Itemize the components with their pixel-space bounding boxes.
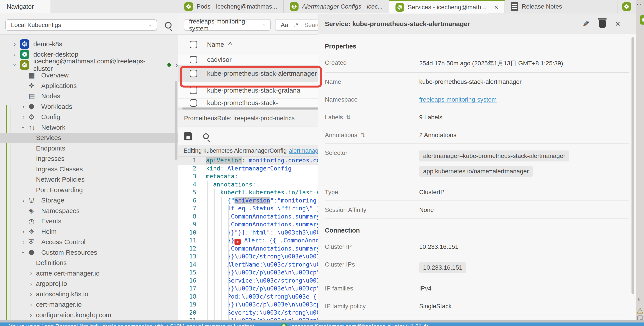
line-number: 3 [178,173,204,181]
line-content: }}\u003c/p\u003e\n\u003cp\u003 [204,269,334,277]
sidebar-item-argoproj-io[interactable]: ›argoproj.io [0,278,178,289]
chevron-right-icon[interactable]: › [18,196,28,204]
match-case-icon[interactable]: Aa [281,22,288,28]
new-tab-area[interactable]: ☸ [617,0,636,13]
row-checkbox[interactable] [190,99,197,106]
navigator-search-button[interactable] [165,22,172,30]
sidebar-item-definitions[interactable]: Definitions [0,258,178,268]
row-checkbox[interactable] [190,87,197,94]
save-icon[interactable] [184,132,192,140]
line-number: 18 [178,293,204,301]
value-badge[interactable]: app.kubernetes.io/name=alertmanager [419,166,533,177]
chevron-right-icon[interactable]: › [10,51,20,58]
edit-pencil-icon[interactable]: ✎ [582,19,590,29]
tab-services-icecheng-math-[interactable]: ☸Services - icecheng@math...× [389,0,505,13]
chevron-down-icon[interactable]: › [18,249,28,256]
select-all-checkbox[interactable] [190,41,197,48]
sidebar-item-label: Events [41,218,62,225]
sidebar-item-label: Port Forwarding [36,186,83,194]
sidebar-item-network[interactable]: ›↑↓Network [0,122,178,133]
chevron-right-icon[interactable]: › [18,113,28,121]
chevron-right-icon[interactable]: › [26,270,36,277]
sidebar-item-storage[interactable]: ›⛁Storage [0,195,178,206]
sidebar-item-configuration-konghq-com[interactable]: ›configuration.konghq.com [0,310,178,320]
kubernetes-icon: ☸ [280,323,287,326]
sidebar-item-workloads[interactable]: ›⬢Workloads [0,101,178,112]
kubeconfig-select[interactable]: Local Kubeconfigs › [5,19,157,31]
sidebar-item-label: argoproj.io [36,280,67,288]
chevron-right-icon[interactable]: › [26,280,36,288]
line-number: 15 [178,269,204,277]
delete-trash-icon[interactable] [599,20,606,28]
chevron-right-icon[interactable]: › [26,301,36,308]
regex-icon[interactable]: .* [294,22,298,28]
sidebar-item-events[interactable]: ◷Events [0,216,178,226]
section-title-properties: Properties [325,43,629,50]
sidebar-item-helm[interactable]: ›✵Helm [0,226,178,237]
chevron-right-icon[interactable]: › [18,228,28,236]
sidebar-item-demo-k8s[interactable]: ›☸demo-k8s [0,39,178,49]
tab-pods-icecheng-mathmas-[interactable]: ☸Pods - icecheng@mathmas... [178,0,284,13]
sidebar-scrollbar[interactable] [175,81,178,160]
detail-row-namespace: Namespacefreeleaps-monitoring-system [325,90,629,108]
chevron-right-icon[interactable]: › [176,61,178,69]
chevron-right-icon[interactable]: › [26,311,36,319]
sort-toggle-icon[interactable]: ⇅ [360,132,365,139]
sidebar-item-nodes[interactable]: ▤Nodes [0,91,178,102]
chevron-left-icon[interactable]: ‹ [638,294,640,304]
sidebar-item-endpoints[interactable]: Endpoints [0,143,178,154]
sidebar-item-overview[interactable]: ▦Overview [0,70,178,81]
line-number: 9 [178,221,204,229]
sidebar-item-ingress-classes[interactable]: Ingress Classes [0,164,178,174]
sidebar-item-cert-manager-io[interactable]: ›cert-manager.io [0,300,178,310]
sidebar-item-ingresses[interactable]: Ingresses [0,154,178,164]
sidebar-item-autoscaling-k8s-io[interactable]: ›autoscaling.k8s.io [0,289,178,300]
value-badge[interactable]: 10.233.16.151 [419,262,466,273]
chevron-down-icon[interactable]: › [18,124,28,131]
sidebar-item-label: autoscaling.k8s.io [36,290,88,298]
sidebar-item-namespaces[interactable]: ◈Namespaces [0,206,178,216]
close-icon[interactable]: × [615,19,620,29]
sidebar-item-custom-resources[interactable]: ›⬣Custom Resources [0,247,178,258]
tab-release-notes[interactable]: Release Notes [505,0,568,13]
sidebar-item-services[interactable]: Services [0,133,178,143]
drawer-actions: ✎ × [582,19,620,29]
tab-alertmanager-configs-ice[interactable]: ☸Alertmanager Configs - icec... [284,0,389,13]
lens-app-window: Navigator ☸Pods - icecheng@mathmas...☸Al… [0,0,644,326]
sidebar-item-icecheng-mathmast-com-freeleap[interactable]: ›☸icecheng@mathmast.com@freeleaps-cluste… [0,60,178,70]
row-checkbox[interactable] [190,56,197,64]
sidebar-item-port-forwarding[interactable]: Port Forwarding [0,185,178,195]
chevron-right-icon[interactable]: › [10,40,20,48]
chevron-right-icon[interactable]: › [18,238,28,246]
name-column-header[interactable]: Name ^ [207,41,232,48]
close-icon[interactable]: × [494,3,498,12]
chevron-right-icon[interactable]: › [18,103,28,110]
row-checkbox[interactable] [190,70,197,77]
sidebar-item-applications[interactable]: ❖Applications [0,80,178,91]
line-content: annotations: [204,181,256,189]
namespace-select[interactable]: freeleaps-monitoring-system › [184,19,271,31]
detail-row-cluster-ip: Cluster IP10.233.16.151 [325,238,629,255]
namespace-link[interactable]: freeleaps-monitoring-system [419,96,496,103]
line-content: .CommonAnnotations.summary }} [204,221,331,229]
kubernetes-icon: ☸ [622,2,631,11]
sidebar-item-acme-cert-manager-io[interactable]: ›acme.cert-manager.io [0,268,178,278]
sidebar-item-network-policies[interactable]: Network Policies [0,174,178,185]
sort-toggle-icon[interactable]: ⇅ [346,114,351,121]
kubernetes-icon: ☸ [184,2,193,11]
drawer-scrollbar[interactable] [632,37,634,294]
editing-breadcrumb-text: Editing kubernetes AlertmanagerConfig [184,148,287,154]
search-icon[interactable] [203,134,209,139]
drawer-title: Service: kube-prometheus-stack-alertmana… [325,20,470,28]
active-cluster-text[interactable]: icecheng@mathmast.com@freeleaps-cluster … [290,323,428,326]
chevron-right-icon[interactable]: › [26,290,36,298]
tab-bar: Navigator ☸Pods - icecheng@mathmas...☸Al… [0,0,644,13]
line-content: Pod:\u003c/strong\u003e {{ .Co [204,293,334,301]
sidebar-item-access-control[interactable]: ›⛨Access Control [0,237,178,248]
warning-icon[interactable]: ⚠ [636,306,644,316]
line-number: 16 [178,277,204,285]
sidebar-item-config[interactable]: ›⚙Config [0,112,178,122]
chevron-down-icon[interactable]: › [10,61,20,69]
config-icon: ⚙ [28,113,41,121]
value-badge[interactable]: alertmanager=kube-prometheus-stack-alert… [419,150,569,162]
